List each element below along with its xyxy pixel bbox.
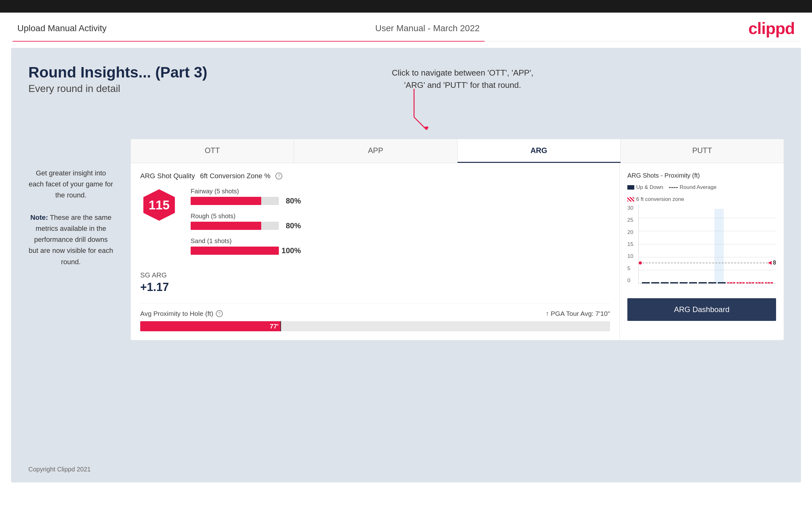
legend-dashed-icon bbox=[669, 187, 678, 188]
legend-conversion-label: 6 ft conversion zone bbox=[636, 196, 684, 203]
proximity-bar-track: 77' bbox=[140, 321, 610, 331]
bar-track-rough bbox=[191, 222, 279, 230]
arg-dashboard-button[interactable]: ARG Dashboard bbox=[627, 298, 776, 321]
bar-group-8 bbox=[708, 282, 716, 283]
bar-fill-rough bbox=[191, 222, 261, 230]
legend-solid-icon bbox=[627, 185, 634, 189]
bar-group-11 bbox=[737, 282, 745, 283]
y-label-20: 20 bbox=[627, 229, 636, 235]
hex-container: 115 Fairway (5 shots) 80% bbox=[140, 188, 610, 262]
sg-value: +1.17 bbox=[140, 281, 610, 294]
proximity-label: Avg Proximity to Hole (ft) bbox=[140, 310, 213, 318]
chart-bar-3 bbox=[661, 282, 669, 283]
chart-bar-12 bbox=[746, 282, 754, 283]
tab-bar: OTT APP ARG PUTT bbox=[131, 139, 783, 163]
legend-hatched-icon bbox=[627, 197, 634, 202]
panel-header: ARG Shot Quality 6ft Conversion Zone % ? bbox=[140, 172, 610, 180]
bar-label-sand: Sand (1 shots) bbox=[191, 237, 610, 245]
legend-updown-label: Up & Down bbox=[636, 184, 663, 190]
bar-group-13 bbox=[756, 282, 763, 283]
y-label-5: 5 bbox=[627, 266, 636, 272]
bar-group-9 bbox=[718, 282, 726, 283]
sg-section: SG ARG +1.17 bbox=[140, 271, 610, 294]
top-bar bbox=[0, 0, 812, 13]
ref-arrow bbox=[768, 261, 772, 265]
ref-value: 8 bbox=[773, 260, 776, 266]
bar-pct-rough: 80% bbox=[286, 221, 301, 230]
ref-line-container: 8 bbox=[639, 260, 776, 266]
sg-label: SG ARG bbox=[140, 271, 610, 279]
bar-group-1 bbox=[642, 282, 650, 283]
bar-group-10 bbox=[727, 282, 735, 283]
bar-group-6 bbox=[689, 282, 697, 283]
bar-label-fairway: Fairway (5 shots) bbox=[191, 188, 610, 195]
bar-group-12 bbox=[746, 282, 754, 283]
bar-row-fairway: Fairway (5 shots) 80% bbox=[191, 188, 610, 206]
proximity-cursor bbox=[281, 321, 281, 331]
proximity-info-icon[interactable]: ? bbox=[216, 310, 223, 317]
legend-item-avg: Round Average bbox=[669, 184, 716, 190]
tab-arg[interactable]: ARG bbox=[458, 139, 621, 163]
header: Upload Manual Activity User Manual - Mar… bbox=[0, 13, 812, 41]
proximity-value: 77' bbox=[270, 323, 278, 330]
chart-bar-14 bbox=[765, 282, 773, 283]
hex-number: 115 bbox=[149, 198, 170, 212]
nav-hint: Click to navigate between 'OTT', 'APP','… bbox=[392, 67, 534, 91]
dashboard-card: OTT APP ARG PUTT ARG Shot Quality 6ft Co… bbox=[131, 139, 783, 340]
bar-row-sand: Sand (1 shots) 100% bbox=[191, 237, 610, 256]
copyright: Copyright Clippd 2021 bbox=[29, 466, 91, 473]
arrow-container bbox=[411, 89, 430, 131]
legend: Up & Down Round Average 6 ft conversion … bbox=[627, 184, 776, 203]
y-label-30: 30 bbox=[627, 205, 636, 211]
chart-bar-11 bbox=[737, 282, 745, 283]
chart-title: ARG Shots - Proximity (ft) bbox=[627, 172, 700, 179]
panel-subtitle: 6ft Conversion Zone % bbox=[200, 172, 271, 180]
info-icon[interactable]: ? bbox=[275, 173, 282, 179]
y-label-0: 0 bbox=[627, 277, 636, 284]
tab-putt[interactable]: PUTT bbox=[621, 139, 783, 163]
bar-track-fairway bbox=[191, 197, 279, 205]
bar-row-rough: Rough (5 shots) 80% bbox=[191, 213, 610, 231]
bars-container: Fairway (5 shots) 80% Rough (5 shots) bbox=[191, 188, 610, 262]
tab-app[interactable]: APP bbox=[294, 139, 457, 163]
content-split: ARG Shot Quality 6ft Conversion Zone % ?… bbox=[131, 163, 783, 340]
chart-bar-6 bbox=[689, 282, 697, 283]
chart-bar-10 bbox=[727, 282, 735, 283]
upload-label: Upload Manual Activity bbox=[17, 23, 106, 34]
chart-bars bbox=[642, 205, 773, 283]
bar-pct-sand: 100% bbox=[282, 246, 301, 255]
panel-title: ARG Shot Quality bbox=[140, 172, 195, 180]
ref-line-dashed bbox=[643, 263, 768, 263]
bar-fill-sand bbox=[191, 246, 279, 255]
proximity-title: Avg Proximity to Hole (ft) ? bbox=[140, 310, 223, 318]
proximity-bar-fill: 77' bbox=[140, 321, 281, 331]
header-center-label: User Manual - March 2022 bbox=[375, 23, 479, 34]
bar-group-5 bbox=[680, 282, 688, 283]
chart-bar-4 bbox=[670, 282, 678, 283]
proximity-section: Avg Proximity to Hole (ft) ? ↑ PGA Tour … bbox=[140, 303, 610, 331]
y-label-10: 10 bbox=[627, 253, 636, 260]
chart-bar-9 bbox=[718, 282, 726, 283]
chart-bar-13 bbox=[756, 282, 763, 283]
left-panel: ARG Shot Quality 6ft Conversion Zone % ?… bbox=[131, 163, 620, 340]
header-divider bbox=[13, 41, 799, 42]
chart-header: ARG Shots - Proximity (ft) bbox=[627, 172, 776, 179]
chart-area: 30 25 20 15 10 5 0 bbox=[627, 205, 776, 293]
legend-avg-label: Round Average bbox=[680, 184, 716, 190]
chart-bars-area: 8 bbox=[639, 205, 776, 284]
bar-group-14 bbox=[765, 282, 773, 283]
bar-track-sand bbox=[191, 246, 279, 255]
legend-item-conversion: 6 ft conversion zone bbox=[627, 196, 684, 203]
y-label-15: 15 bbox=[627, 241, 636, 247]
tab-ott[interactable]: OTT bbox=[131, 139, 294, 163]
bar-group-2 bbox=[651, 282, 659, 283]
bar-group-3 bbox=[661, 282, 669, 283]
y-label-25: 25 bbox=[627, 217, 636, 223]
chart-bar-5 bbox=[680, 282, 688, 283]
chart-bar-2 bbox=[651, 282, 659, 283]
main-content: Round Insights... (Part 3) Every round i… bbox=[11, 48, 801, 483]
left-description: Get greater insight into each facet of y… bbox=[29, 168, 113, 267]
chart-bar-7 bbox=[699, 282, 706, 283]
right-panel: ARG Shots - Proximity (ft) Up & Down Rou… bbox=[620, 163, 783, 340]
legend-item-updown: Up & Down bbox=[627, 184, 663, 190]
